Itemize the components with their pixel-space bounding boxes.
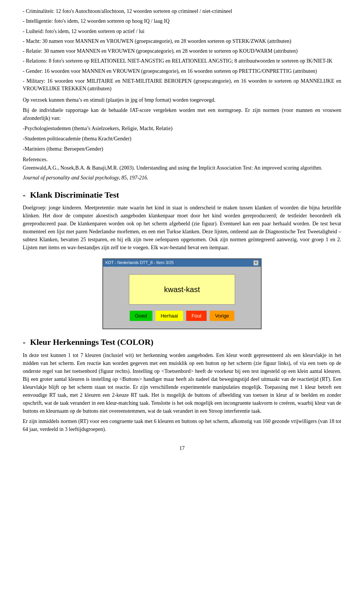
goed-button[interactable]: Goed [130,311,152,321]
herhaal-button[interactable]: Herhaal [155,311,184,321]
list-politie: -Studenten politieacademie (thema Kracht… [23,135,341,143]
screenshot-titlebar: KDT - Nederlands DTT_8 - Item 3/25 × [103,259,261,267]
stimulus-word: kwast-kast [164,284,200,295]
screenshot-content: kwast-kast Goed Herhaal Fout Vorige [103,267,261,329]
page-number: 17 [23,445,341,452]
section3-dash: - [23,336,25,348]
list-psychologie: -Psychologiestudenten (thema’s Asielzoek… [23,124,341,132]
section3-heading: - Kleur Herkennings Test (COLOR) [23,336,341,348]
list-mariniers: -Mariniers (thema: Beroepen/Gender) [23,145,341,153]
fout-button[interactable]: Fout [186,311,207,321]
section2-title: Klank Discriminatie Test [30,189,119,201]
section2-heading: - Klank Discriminatie Test [23,189,341,201]
references-text2: Journal of personality and Social psycho… [23,174,341,182]
vorige-button[interactable]: Vorige [210,311,234,321]
screenshot-container: KDT - Nederlands DTT_8 - Item 3/25 × kwa… [23,258,341,329]
screenshot-box: KDT - Nederlands DTT_8 - Item 3/25 × kwa… [102,258,262,329]
paragraph-rapportage: Bij de individuele rapportage kan de beh… [23,106,341,122]
section2-paragraph1: Doelgroep: jonge kinderen. Meetpretentie… [23,204,341,252]
screenshot-title: KDT - Nederlands DTT_8 - Item 3/25 [105,260,174,266]
paragraph-relations: - Relations: 8 foto's sorteren op RELATI… [23,57,341,65]
references-text1: Greenwald,A.G., Nosek,B.A. & Banaji,M.R.… [23,164,341,172]
section3-paragraph2: Er zijn inmiddels normen (RT) voor een c… [23,417,341,433]
paragraph-macht: - Macht: 30 namen voor MANNEN en VROUWEN… [23,38,341,45]
paragraph-military: - Military: 16 woorden voor MILITAIRE en… [23,77,341,93]
paragraph-gender: - Gender: 16 woorden voor MANNEN en VROU… [23,68,341,75]
paragraph-criminaliteit: - Criminaliteit: 12 foto's Autochtoon/al… [23,8,341,15]
page-content: - Criminaliteit: 12 foto's Autochtoon/al… [23,8,341,453]
references-label: References. [23,156,341,164]
paragraph-luiheid: - Luiheid: foto's idem, 12 woorden sorte… [23,28,341,35]
section2-dash: - [23,189,25,201]
response-buttons-row: Goed Herhaal Fout Vorige [130,311,234,321]
paragraph-relatie: - Relatie: 30 namen voor MANNEN en VROUW… [23,47,341,55]
stimulus-display: kwast-kast [129,274,235,305]
paragraph-intelligentie: - Intelligentie: foto's idem, 12 woorden… [23,17,341,25]
section3-title: Kleur Herkennings Test (COLOR) [30,336,153,348]
section3-paragraph1: In deze test kunnen 1 tot 7 kleuren (inc… [23,351,341,415]
paragraph-verzoek: Op verzoek kunnen thema’s en stimuli (pl… [23,96,341,104]
screenshot-close-button[interactable]: × [253,260,259,266]
